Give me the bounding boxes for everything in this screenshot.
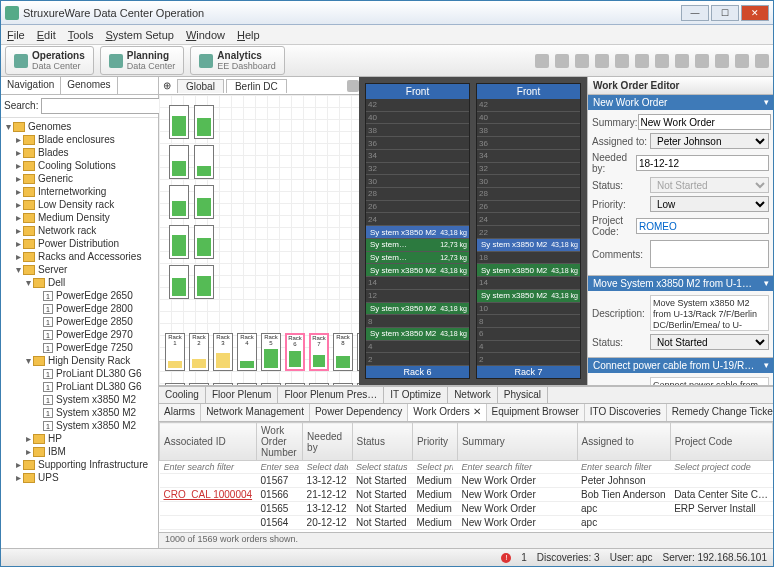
tree-low-density-rack[interactable]: ▸Low Density rack bbox=[3, 198, 156, 211]
tool-icon[interactable] bbox=[535, 54, 549, 68]
needed-input[interactable] bbox=[636, 155, 769, 171]
rack-server[interactable]: Sy stem…12,73 kg bbox=[366, 252, 469, 265]
rack-slot[interactable]: 2 bbox=[366, 353, 469, 366]
data-tab-equipment-browser[interactable]: Equipment Browser bbox=[487, 404, 585, 421]
rack-server[interactable]: Sy stem x3850 M243,18 kg bbox=[477, 264, 580, 277]
rack-slot[interactable]: 14 bbox=[477, 277, 580, 290]
view-tab-floor-plenum[interactable]: Floor Plenum bbox=[206, 387, 278, 403]
task-header[interactable]: Connect power cable from U-19/Rack 6/F/B… bbox=[588, 358, 773, 373]
tool-icon[interactable] bbox=[695, 54, 709, 68]
tab-genomes[interactable]: Genomes bbox=[61, 77, 117, 94]
twisty-icon[interactable]: ▾ bbox=[23, 277, 33, 288]
tree-ups[interactable]: ▸UPS bbox=[3, 471, 156, 484]
project-input[interactable] bbox=[636, 218, 769, 234]
tree-medium-density[interactable]: ▸Medium Density bbox=[3, 211, 156, 224]
twisty-icon[interactable]: ▸ bbox=[13, 225, 23, 236]
rack-slot[interactable]: 12 bbox=[366, 290, 469, 303]
tool-icon[interactable] bbox=[595, 54, 609, 68]
rack-tile[interactable]: Rack 6 bbox=[285, 333, 305, 371]
menu-help[interactable]: Help bbox=[237, 29, 260, 41]
tree-ibm[interactable]: ▸IBM bbox=[3, 445, 156, 458]
filter-cell[interactable] bbox=[257, 461, 303, 474]
tool-icon[interactable] bbox=[675, 54, 689, 68]
rack-tile[interactable]: Rack 5 bbox=[261, 333, 281, 371]
rack-tile[interactable] bbox=[169, 185, 189, 219]
rack-tile[interactable] bbox=[309, 383, 329, 385]
maximize-button[interactable]: ☐ bbox=[711, 5, 739, 21]
tree-generic[interactable]: ▸Generic bbox=[3, 172, 156, 185]
filter-cell[interactable] bbox=[160, 461, 257, 474]
tree-hp[interactable]: ▸HP bbox=[3, 432, 156, 445]
data-tab-alarms[interactable]: Alarms bbox=[159, 404, 201, 421]
twisty-icon[interactable]: ▸ bbox=[13, 199, 23, 210]
rack-tile[interactable] bbox=[237, 383, 257, 385]
navtab-analytics[interactable]: AnalyticsEE Dashboard bbox=[190, 46, 285, 75]
tree-proliant-dl380-g6[interactable]: 1ProLiant DL380 G6 bbox=[3, 367, 156, 380]
tree-blade-enclosures[interactable]: ▸Blade enclosures bbox=[3, 133, 156, 146]
tool-icon[interactable] bbox=[735, 54, 749, 68]
rack-right[interactable]: Front 4240383634323028262422Sy stem x385… bbox=[476, 83, 581, 379]
search-input[interactable] bbox=[41, 98, 174, 114]
view-tab-cooling[interactable]: Cooling bbox=[159, 387, 206, 403]
filter-cell[interactable] bbox=[412, 461, 457, 474]
filter-cell[interactable] bbox=[577, 461, 670, 474]
rack-tile[interactable] bbox=[194, 225, 214, 259]
floor-plan[interactable]: ⊕ Global Berlin DC Rack 1Rack 2Rack 3Rac… bbox=[159, 77, 359, 385]
rack-tile[interactable] bbox=[165, 383, 185, 385]
rack-server[interactable]: Sy stem x3850 M243,18 kg bbox=[366, 328, 469, 341]
rack-server[interactable]: Sy stem…12,73 kg bbox=[366, 239, 469, 252]
rack-slot[interactable]: 24 bbox=[477, 213, 580, 226]
tool-icon[interactable] bbox=[575, 54, 589, 68]
tree-system-x3850-m2[interactable]: 1System x3850 M2 bbox=[3, 419, 156, 432]
tab-global[interactable]: Global bbox=[177, 79, 224, 93]
rack-slot[interactable]: 26 bbox=[366, 201, 469, 214]
rack-slot[interactable]: 24 bbox=[366, 213, 469, 226]
tree-high-density-rack[interactable]: ▾High Density Rack bbox=[3, 354, 156, 367]
task-header[interactable]: Move System x3850 M2 from U-13/Rack 7/F/… bbox=[588, 276, 773, 291]
fp-tool-icon[interactable] bbox=[347, 80, 359, 92]
col-header[interactable]: Needed by bbox=[303, 423, 352, 461]
rack-slot[interactable]: 40 bbox=[366, 112, 469, 125]
rack-tile[interactable] bbox=[357, 383, 359, 385]
rack-slot[interactable]: 2 bbox=[477, 353, 580, 366]
tree-cooling-solutions[interactable]: ▸Cooling Solutions bbox=[3, 159, 156, 172]
tool-icon[interactable] bbox=[615, 54, 629, 68]
rack-tile[interactable] bbox=[285, 383, 305, 385]
tree-proliant-dl380-g6[interactable]: 1ProLiant DL380 G6 bbox=[3, 380, 156, 393]
rack-slot[interactable]: 8 bbox=[366, 315, 469, 328]
rack-tile[interactable]: Rack 7 bbox=[309, 333, 329, 371]
tree-system-x3850-m2[interactable]: 1System x3850 M2 bbox=[3, 406, 156, 419]
summary-input[interactable] bbox=[638, 114, 771, 130]
tree-racks-and-accessories[interactable]: ▸Racks and Accessories bbox=[3, 250, 156, 263]
priority-select[interactable]: Low bbox=[650, 196, 769, 212]
data-tab-ito-discoveries[interactable]: ITO Discoveries bbox=[585, 404, 667, 421]
col-header[interactable]: Associated ID bbox=[160, 423, 257, 461]
rack-slot[interactable]: 10 bbox=[477, 303, 580, 316]
rack-slot[interactable]: 4 bbox=[366, 341, 469, 354]
menu-window[interactable]: Window bbox=[186, 29, 225, 41]
task-status-select[interactable]: Not Started bbox=[650, 334, 769, 350]
tool-icon[interactable] bbox=[655, 54, 669, 68]
table-row[interactable]: 0156513-12-12Not StartedMediumNew Work O… bbox=[160, 502, 773, 516]
genome-tree[interactable]: ▾Genomes▸Blade enclosures▸Blades▸Cooling… bbox=[1, 118, 158, 548]
rack-server[interactable]: Sy stem x3850 M243,18 kg bbox=[366, 264, 469, 277]
tree-poweredge-7250[interactable]: 1PowerEdge 7250 bbox=[3, 341, 156, 354]
menu-tools[interactable]: Tools bbox=[68, 29, 94, 41]
view-tab-network[interactable]: Network bbox=[448, 387, 498, 403]
minimize-button[interactable]: — bbox=[681, 5, 709, 21]
close-button[interactable]: ✕ bbox=[741, 5, 769, 21]
woe-new-header[interactable]: New Work Order▾ bbox=[588, 95, 773, 110]
rack-server[interactable]: Sy stem x3850 M243,18 kg bbox=[366, 303, 469, 316]
rack-slot[interactable]: 18 bbox=[477, 252, 580, 265]
comments-input[interactable] bbox=[650, 240, 769, 268]
tree-system-x3850-m2[interactable]: 1System x3850 M2 bbox=[3, 393, 156, 406]
tool-icon[interactable] bbox=[715, 54, 729, 68]
menu-file[interactable]: File bbox=[7, 29, 25, 41]
discoveries[interactable]: Discoveries: 3 bbox=[537, 552, 600, 563]
twisty-icon[interactable]: ▸ bbox=[23, 433, 33, 444]
rack-server[interactable]: Sy stem x3850 M243,18 kg bbox=[477, 239, 580, 252]
data-tab-network-management[interactable]: Network Management bbox=[201, 404, 310, 421]
rack-slot[interactable]: 34 bbox=[477, 150, 580, 163]
twisty-icon[interactable]: ▸ bbox=[13, 134, 23, 145]
tree-poweredge-2970[interactable]: 1PowerEdge 2970 bbox=[3, 328, 156, 341]
